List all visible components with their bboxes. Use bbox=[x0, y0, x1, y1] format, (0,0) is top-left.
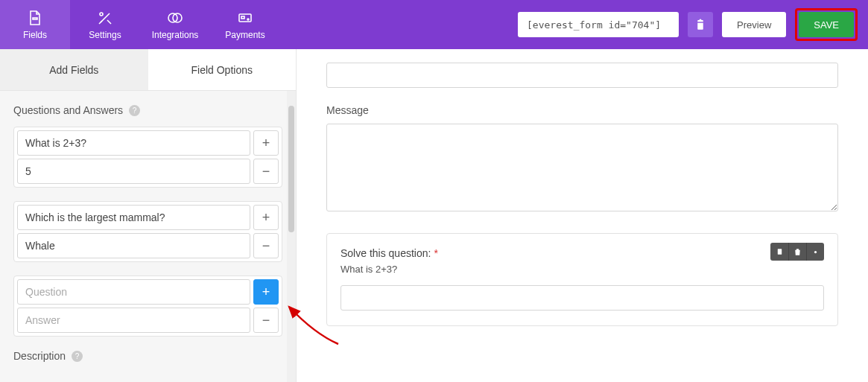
top-nav: Fields Settings Integrations Payments [e… bbox=[0, 0, 868, 49]
trash-icon bbox=[793, 247, 802, 257]
description-section-title: Description ? bbox=[13, 350, 282, 362]
duplicate-button[interactable] bbox=[770, 243, 788, 261]
qa-section-label: Questions and Answers bbox=[13, 104, 123, 116]
help-icon[interactable]: ? bbox=[72, 351, 83, 362]
qa-answer-input[interactable] bbox=[17, 233, 250, 258]
sidebar-content: Questions and Answers ? + − + bbox=[0, 91, 296, 372]
qa-block-1: + − bbox=[13, 127, 282, 188]
plus-icon: + bbox=[262, 284, 270, 300]
plus-icon: + bbox=[262, 210, 270, 226]
captcha-field[interactable]: Solve this question:* What is 2+3? bbox=[326, 233, 838, 326]
svg-point-1 bbox=[100, 13, 103, 16]
text-input[interactable] bbox=[326, 63, 838, 88]
minus-icon: − bbox=[262, 238, 270, 254]
canvas: Message Solve this question:* What is 2+… bbox=[297, 49, 868, 382]
qa-block-2: + − bbox=[13, 201, 282, 262]
captcha-label: Solve this question:* bbox=[340, 247, 824, 259]
minus-icon: − bbox=[262, 164, 270, 179]
nav-payments-label: Payments bbox=[225, 30, 264, 40]
message-field[interactable]: Message bbox=[326, 104, 838, 214]
preview-button[interactable]: Preview bbox=[722, 12, 786, 37]
nav-integrations[interactable]: Integrations bbox=[140, 0, 210, 49]
svg-rect-7 bbox=[777, 249, 781, 255]
nav-fields-label: Fields bbox=[23, 30, 47, 40]
payments-icon bbox=[236, 9, 254, 27]
message-label: Message bbox=[326, 104, 838, 116]
fields-icon bbox=[26, 9, 44, 27]
settings-button[interactable] bbox=[806, 243, 824, 261]
add-button[interactable]: + bbox=[253, 130, 279, 156]
plus-icon: + bbox=[262, 136, 270, 151]
topbar-actions: [everest_form id="704"] Preview SAVE bbox=[518, 0, 868, 49]
shortcode-display[interactable]: [everest_form id="704"] bbox=[518, 12, 679, 37]
nav-items: Fields Settings Integrations Payments bbox=[0, 0, 280, 49]
qa-answer-input[interactable] bbox=[17, 159, 250, 184]
workspace: Add Fields Field Options Questions and A… bbox=[0, 49, 868, 382]
svg-point-6 bbox=[247, 19, 249, 20]
nav-payments[interactable]: Payments bbox=[210, 0, 280, 49]
description-section-label: Description bbox=[13, 350, 66, 362]
qa-question-input[interactable] bbox=[17, 279, 250, 305]
qa-block-3: + − bbox=[13, 276, 282, 337]
nav-fields[interactable]: Fields bbox=[0, 0, 70, 49]
add-button[interactable]: + bbox=[253, 205, 279, 230]
qa-answer-input[interactable] bbox=[17, 308, 250, 333]
qa-question-input[interactable] bbox=[17, 205, 250, 230]
qa-question-input[interactable] bbox=[17, 130, 250, 156]
nav-integrations-label: Integrations bbox=[152, 30, 199, 40]
required-star: * bbox=[434, 247, 437, 259]
copy-shortcode-button[interactable] bbox=[688, 12, 713, 37]
nav-settings-label: Settings bbox=[89, 30, 121, 40]
save-button[interactable]: SAVE bbox=[799, 12, 854, 37]
scrollbar-thumb[interactable] bbox=[288, 106, 294, 232]
minus-icon: − bbox=[262, 313, 270, 328]
field-actions bbox=[770, 243, 824, 261]
save-highlight: SAVE bbox=[795, 8, 858, 41]
sidebar: Add Fields Field Options Questions and A… bbox=[0, 49, 297, 382]
sidebar-scrollbar[interactable] bbox=[287, 91, 296, 382]
svg-rect-5 bbox=[241, 16, 244, 19]
remove-button[interactable]: − bbox=[253, 233, 279, 258]
nav-settings[interactable]: Settings bbox=[70, 0, 140, 49]
svg-point-8 bbox=[814, 250, 817, 252]
captcha-question: What is 2+3? bbox=[340, 264, 824, 275]
svg-rect-0 bbox=[33, 18, 37, 19]
copy-icon bbox=[775, 247, 785, 257]
message-textarea[interactable] bbox=[326, 124, 838, 211]
settings-icon bbox=[96, 9, 114, 27]
qa-section-title: Questions and Answers ? bbox=[13, 104, 282, 116]
sidebar-tabs: Add Fields Field Options bbox=[0, 49, 296, 91]
captcha-answer-input[interactable] bbox=[340, 285, 824, 311]
clipboard-icon bbox=[694, 18, 707, 31]
tab-add-fields[interactable]: Add Fields bbox=[0, 49, 148, 90]
subject-field[interactable] bbox=[326, 63, 838, 88]
remove-button[interactable]: − bbox=[253, 308, 279, 333]
integrations-icon bbox=[166, 9, 184, 27]
tab-field-options[interactable]: Field Options bbox=[148, 49, 297, 90]
help-icon[interactable]: ? bbox=[129, 105, 140, 116]
remove-button[interactable]: − bbox=[253, 159, 279, 184]
delete-button[interactable] bbox=[788, 243, 806, 261]
add-button-active[interactable]: + bbox=[253, 279, 279, 305]
gear-icon bbox=[811, 247, 820, 257]
